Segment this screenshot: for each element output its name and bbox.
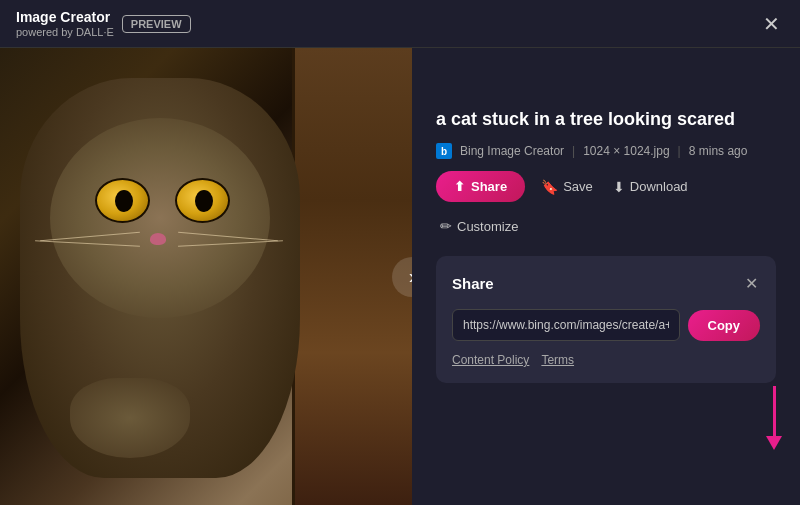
share-icon: ⬆: [454, 179, 465, 194]
top-bar: Image Creator powered by DALL·E PREVIEW …: [0, 0, 800, 48]
share-button[interactable]: ⬆ Share: [436, 171, 525, 202]
share-popup-close-button[interactable]: ✕: [743, 272, 760, 295]
modal-overlay: Image Creator powered by DALL·E PREVIEW …: [0, 0, 800, 505]
share-url-input[interactable]: [452, 309, 680, 341]
cat-image: [0, 48, 412, 505]
app-subtitle: powered by DALL·E: [16, 26, 114, 38]
copy-button[interactable]: Copy: [688, 310, 761, 341]
customize-button[interactable]: ✏ Customize: [436, 214, 522, 238]
cat-eye-left: [95, 178, 150, 223]
cat-nose: [150, 233, 166, 245]
download-icon: ⬇: [613, 179, 625, 195]
share-label: Share: [471, 179, 507, 194]
arrow-head: [766, 436, 782, 450]
share-popup: Share ✕ Copy Content Policy Terms: [436, 256, 776, 383]
cat-paw: [70, 378, 190, 458]
main-content: › a cat stuck in a tree looking scared b…: [0, 48, 800, 505]
image-meta: b Bing Image Creator | 1024 × 1024.jpg |…: [436, 143, 776, 159]
share-footer: Content Policy Terms: [452, 353, 760, 367]
arrow-indicator: [766, 386, 782, 450]
download-label: Download: [630, 179, 688, 194]
save-button[interactable]: 🔖 Save: [537, 175, 597, 199]
meta-divider2: |: [678, 144, 681, 158]
cat-eye-right: [175, 178, 230, 223]
app-title-block: Image Creator powered by DALL·E: [16, 9, 114, 38]
image-panel: ›: [0, 48, 412, 505]
modal-close-button[interactable]: ✕: [759, 10, 784, 38]
bing-icon: b: [436, 143, 452, 159]
cat-head: [50, 118, 270, 318]
meta-divider: |: [572, 144, 575, 158]
meta-size: 1024 × 1024.jpg: [583, 144, 669, 158]
meta-source: Bing Image Creator: [460, 144, 564, 158]
terms-link[interactable]: Terms: [541, 353, 574, 367]
customize-label: Customize: [457, 219, 518, 234]
top-bar-left: Image Creator powered by DALL·E PREVIEW: [16, 9, 191, 38]
share-popup-header: Share ✕: [452, 272, 760, 295]
customize-icon: ✏: [440, 218, 452, 234]
meta-time: 8 mins ago: [689, 144, 748, 158]
cat-container: [20, 78, 360, 478]
download-button[interactable]: ⬇ Download: [609, 175, 692, 199]
app-title: Image Creator: [16, 9, 114, 26]
share-url-row: Copy: [452, 309, 760, 341]
content-policy-link[interactable]: Content Policy: [452, 353, 529, 367]
arrow-shaft: [773, 386, 776, 436]
share-popup-title: Share: [452, 275, 494, 292]
image-title: a cat stuck in a tree looking scared: [436, 108, 776, 131]
info-panel: a cat stuck in a tree looking scared b B…: [412, 48, 800, 505]
save-icon: 🔖: [541, 179, 558, 195]
save-label: Save: [563, 179, 593, 194]
action-buttons: ⬆ Share 🔖 Save ⬇ Download ✏ Customize: [436, 171, 776, 238]
preview-badge: PREVIEW: [122, 15, 191, 33]
